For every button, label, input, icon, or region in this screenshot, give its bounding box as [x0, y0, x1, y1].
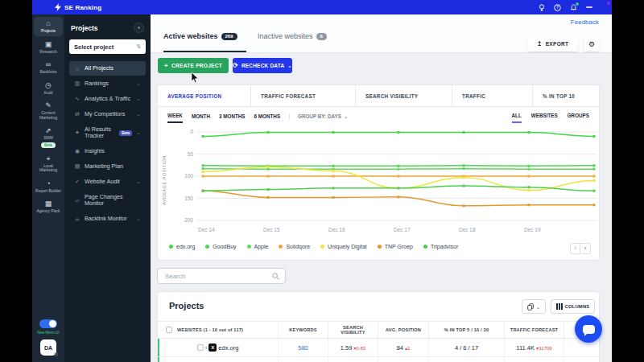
help-icon[interactable]: ?: [554, 4, 561, 11]
create-project-button[interactable]: + CREATE PROJECT: [158, 58, 229, 73]
svg-text:?: ?: [556, 5, 559, 10]
rail-item-research[interactable]: ▣ Research: [34, 38, 63, 57]
chart-legend: edx.orgGoodBuyAppleSolidqoreUniquely Dig…: [169, 244, 458, 249]
brand-logo[interactable]: SE Ranking: [55, 3, 101, 11]
chevron-down-icon: ⌄: [136, 216, 141, 222]
sidebar-item-all-projects[interactable]: ⌂ All Projects: [69, 61, 146, 76]
range-6-months[interactable]: 6 MONTHS: [254, 110, 281, 122]
row-status-stripe: [158, 357, 159, 362]
row-expander-chevron[interactable]: ›: [205, 344, 208, 352]
copy-export-button[interactable]: ⌄: [522, 299, 546, 314]
sidebar-item-my-competitors[interactable]: ⇄ My Competitors ⌄: [69, 107, 146, 121]
inactive-websites-count-badge: 6: [316, 33, 327, 40]
rail-label: Backlinks: [39, 70, 56, 75]
sidebar-item-page-changes-monitor[interactable]: ▱ Page Changes Monitor: [69, 190, 146, 211]
legend-label: GoodBuy: [213, 244, 236, 249]
select-project-label: Select project: [74, 43, 114, 51]
chat-widget-button[interactable]: [575, 315, 602, 343]
legend-color-dot: [378, 245, 382, 249]
table-row: › X edx.org 580 1.59 ▾0.83 84 ▴1 4 / 6 /…: [158, 339, 599, 357]
report-builder-pie-icon: ◔: [46, 179, 50, 187]
range-week[interactable]: WEEK: [167, 109, 183, 123]
rail-label: Research: [39, 50, 56, 55]
website-name[interactable]: edx.org: [218, 344, 238, 352]
select-project-dropdown[interactable]: Select project ⇅: [69, 39, 146, 54]
projects-sidebar: Projects ‹ Select project ⇅ ⌂ All Projec…: [64, 14, 151, 362]
tab-percent-in-top-10[interactable]: % IN TOP 10: [533, 85, 599, 106]
settings-gear-button[interactable]: ⚙: [584, 36, 600, 51]
export-button[interactable]: ↥ EXPORT: [527, 36, 578, 51]
rail-item-report-builder[interactable]: ◔ Report Builder: [34, 177, 63, 196]
legend-item[interactable]: Solidqore: [279, 244, 310, 249]
tab-inactive-websites[interactable]: Inactive websites 6: [258, 32, 327, 40]
range-3-months[interactable]: 3 MONTHS: [219, 110, 246, 122]
sidebar-item-analytics-traffic[interactable]: ∿ Analytics & Traffic ⌄: [69, 92, 146, 106]
legend-label: Uniquely Digital: [328, 244, 367, 249]
rail-item-agency-pack[interactable]: ▦ Agency Pack: [34, 197, 63, 216]
feedback-link[interactable]: Feedback: [571, 19, 599, 26]
sidebar-item-website-audit[interactable]: ✓ Website Audit ⌄: [69, 175, 146, 189]
chevron-down-icon: ⌄: [136, 96, 141, 102]
scope-groups[interactable]: GROUPS: [568, 109, 589, 123]
col-keywords: KEYWORDS: [279, 322, 328, 338]
sidebar-item-insights[interactable]: ◉ Insights: [69, 144, 146, 158]
legend-item[interactable]: Apple: [247, 244, 269, 249]
recheck-data-button[interactable]: ⟳ RECHECK DATA ⌄: [233, 58, 292, 73]
ai-sparkle-icon: ✦: [74, 130, 80, 136]
legend-label: edx.org: [176, 244, 195, 249]
legend-color-dot: [247, 245, 251, 249]
lightbulb-icon[interactable]: [538, 4, 545, 11]
rail-item-content-marketing[interactable]: ✎ Content Marketing: [34, 99, 63, 122]
col-avg-position: AVG. POSITION: [378, 322, 429, 338]
user-avatar[interactable]: DA ⚙: [40, 339, 56, 356]
tab-traffic-forecast[interactable]: TRAFFIC FORECAST: [251, 85, 356, 106]
refresh-icon: ⟳: [233, 62, 238, 69]
sidebar-item-ai-results-tracker[interactable]: ✦ AI Results Tracker Beta ⌄: [69, 122, 146, 143]
main-content: Feedback Active websites 269 Inactive we…: [151, 14, 612, 362]
legend-prev-button[interactable]: ‹: [570, 243, 580, 254]
notifications-bell-icon[interactable]: [570, 4, 577, 11]
minimize-dash-icon[interactable]: [586, 6, 592, 8]
columns-button[interactable]: COLUMNS: [551, 299, 595, 314]
rail-item-audit[interactable]: ◷ Audit: [34, 79, 63, 98]
sidebar-collapse-button[interactable]: ‹: [134, 23, 144, 33]
range-month[interactable]: MONTH: [192, 110, 210, 122]
sidebar-item-label: Backlink Monitor: [85, 216, 132, 222]
agency-pack-building-icon: ▦: [45, 200, 52, 208]
website-audit-icon: ✓: [74, 179, 80, 185]
rail-item-projects[interactable]: ⌂ Projects: [34, 17, 63, 36]
legend-item[interactable]: Tripadvisor: [423, 244, 458, 249]
keywords-count-link[interactable]: 580: [298, 344, 308, 352]
scope-websites[interactable]: WEBSITES: [531, 109, 558, 123]
new-menu-ui-toggle[interactable]: [39, 319, 57, 328]
rail-item-local-marketing[interactable]: ⌖ Local Marketing: [34, 152, 63, 175]
toggle-knob: [49, 320, 56, 327]
sidebar-item-backlink-monitor[interactable]: ∞ Backlink Monitor ⌄: [69, 212, 146, 226]
tab-search-visibility[interactable]: SEARCH VISIBILITY: [356, 85, 452, 106]
app-shell: ⌂ Projects ▣ Research ∞ Backlinks ◷ Audi…: [32, 14, 612, 362]
group-by-dropdown[interactable]: GROUP BY: DAYS ⌄: [289, 113, 348, 119]
select-all-checkbox[interactable]: [166, 327, 172, 333]
sidebar-item-rankings[interactable]: ▥ Rankings ⌄: [69, 76, 146, 91]
projects-title: Projects: [169, 301, 204, 311]
rail-item-smm[interactable]: ⇗ SMM Beta: [34, 124, 63, 150]
scope-all[interactable]: ALL: [512, 109, 522, 123]
legend-next-button[interactable]: ›: [580, 243, 591, 254]
legend-item[interactable]: edx.org: [169, 244, 195, 249]
tab-average-position[interactable]: AVERAGE POSITION: [158, 85, 251, 106]
legend-item[interactable]: TNP Groep: [378, 244, 413, 249]
legend-item[interactable]: Uniquely Digital: [320, 244, 367, 249]
top-5-10-30-value: 4 / 6 / 17: [455, 344, 478, 352]
row-checkbox[interactable]: [197, 344, 204, 351]
active-tab-underline: [163, 51, 246, 52]
legend-item[interactable]: GoodBuy: [205, 244, 236, 249]
sidebar-item-marketing-plan[interactable]: ▤ Marketing Plan: [69, 159, 146, 174]
tab-traffic[interactable]: TRAFFIC: [452, 85, 533, 106]
analytics-icon: ∿: [74, 96, 80, 102]
tab-active-websites[interactable]: Active websites 269: [163, 32, 237, 40]
search-input[interactable]: [163, 272, 272, 281]
backlinks-chain-icon: ∞: [46, 60, 51, 68]
rail-item-backlinks[interactable]: ∞ Backlinks: [34, 58, 63, 77]
columns-icon: [556, 303, 563, 310]
chevron-down-icon: ⌄: [344, 113, 348, 119]
